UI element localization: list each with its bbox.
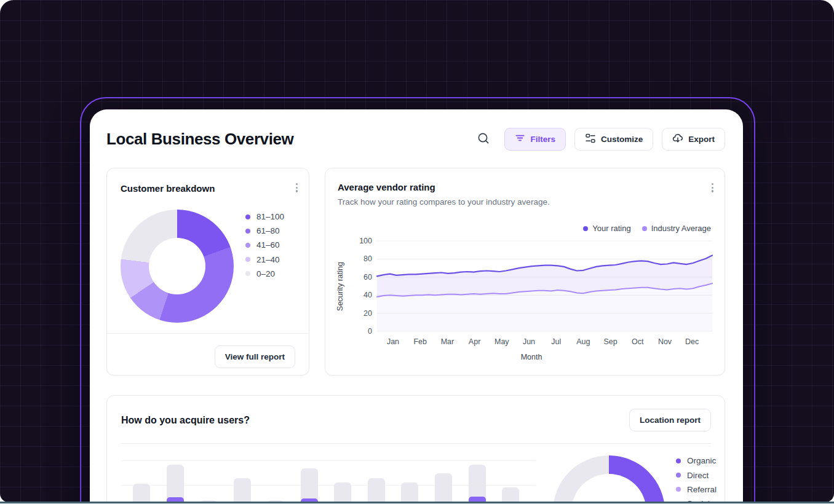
legend-label: Organic <box>687 456 716 465</box>
svg-text:60: 60 <box>363 273 372 282</box>
vendor-chart-legend: Your ratingIndustry Average <box>583 224 711 233</box>
svg-text:Oct: Oct <box>632 337 644 346</box>
svg-text:Security rating: Security rating <box>336 262 344 311</box>
legend-label: Industry Average <box>651 224 711 233</box>
svg-text:Mar: Mar <box>441 337 455 346</box>
header-actions: Filters Customize <box>475 128 725 151</box>
legend-dot-icon <box>676 487 681 492</box>
bottom-edge-strip <box>0 501 834 504</box>
bar <box>435 473 452 504</box>
filter-icon <box>515 133 525 145</box>
legend-dot-icon <box>245 229 250 234</box>
customer-card-menu-icon[interactable] <box>293 181 300 195</box>
svg-text:20: 20 <box>363 309 372 318</box>
customize-button[interactable]: Customize <box>574 128 653 151</box>
svg-text:Sep: Sep <box>603 337 617 346</box>
legend-item: Your rating <box>583 224 630 233</box>
filters-button[interactable]: Filters <box>504 128 566 151</box>
vendor-rating-card: Average vendor rating Track how your rat… <box>325 168 725 376</box>
svg-text:80: 80 <box>363 254 372 263</box>
svg-text:100: 100 <box>359 237 372 245</box>
svg-text:Jan: Jan <box>387 337 399 346</box>
export-button[interactable]: Export <box>662 128 725 151</box>
acquisition-donut-chart <box>553 455 665 504</box>
svg-text:Jun: Jun <box>523 337 535 346</box>
legend-dot-icon <box>245 215 250 219</box>
export-label: Export <box>688 135 715 144</box>
svg-text:0: 0 <box>368 327 372 336</box>
legend-item: Direct <box>676 468 717 482</box>
acquisition-card: How do you acquire users? Location repor… <box>106 395 725 504</box>
legend-item: 21–40 <box>245 253 284 267</box>
donut-hole <box>149 238 205 294</box>
vendor-card-menu-icon[interactable] <box>709 181 716 195</box>
location-report-label: Location report <box>640 415 701 425</box>
acquisition-bar-chart <box>107 396 550 504</box>
location-report-button[interactable]: Location report <box>629 409 711 431</box>
legend-item: 0–20 <box>245 267 284 281</box>
donut-hole <box>571 474 646 504</box>
legend-item: Organic <box>676 454 717 468</box>
view-full-report-label: View full report <box>225 352 285 361</box>
screenshot-root: Local Business Overview <box>0 0 834 504</box>
customer-breakdown-title: Customer breakdown <box>121 183 215 194</box>
dashboard-panel: Local Business Overview <box>90 109 743 504</box>
view-full-report-button[interactable]: View full report <box>215 345 295 368</box>
legend-item: 41–60 <box>245 238 284 252</box>
customer-donut-legend: 81–10061–8041–6021–400–20 <box>245 210 284 281</box>
svg-text:Dec: Dec <box>685 337 699 346</box>
search-icon <box>477 132 490 146</box>
legend-label: 41–60 <box>256 240 280 250</box>
svg-text:Jul: Jul <box>551 337 561 346</box>
bar <box>234 478 251 504</box>
svg-text:Feb: Feb <box>413 337 427 346</box>
bar <box>368 478 385 504</box>
legend-item: 81–100 <box>245 210 284 224</box>
svg-text:Apr: Apr <box>469 337 480 346</box>
legend-label: 61–80 <box>256 226 280 235</box>
svg-text:Nov: Nov <box>658 337 672 346</box>
legend-dot-icon <box>245 271 250 276</box>
svg-text:Month: Month <box>521 353 542 361</box>
legend-dot-icon <box>676 459 681 463</box>
legend-label: 0–20 <box>256 269 275 278</box>
legend-label: Direct <box>687 471 709 480</box>
legend-item: Industry Average <box>642 224 711 233</box>
svg-text:40: 40 <box>363 291 372 299</box>
filters-label: Filters <box>530 135 555 144</box>
legend-item: 61–80 <box>245 224 284 238</box>
legend-label: 21–40 <box>256 255 280 264</box>
legend-item: Referral <box>676 482 717 497</box>
vendor-rating-subtitle: Track how your rating compares to your i… <box>338 197 550 207</box>
sliders-icon <box>585 133 596 146</box>
legend-dot-icon <box>583 226 588 231</box>
legend-dot-icon <box>245 243 250 248</box>
legend-dot-icon <box>676 473 681 478</box>
acquisition-donut-legend: OrganicDirectReferralSocial <box>676 454 717 504</box>
vendor-rating-line-chart: 100806040200JanFebMarAprMayJunJulAugSepO… <box>325 234 726 368</box>
dashboard-header: Local Business Overview <box>106 127 725 151</box>
svg-text:Aug: Aug <box>576 337 590 346</box>
search-button[interactable] <box>475 130 492 148</box>
customize-label: Customize <box>601 135 643 144</box>
vendor-rating-title: Average vendor rating <box>338 182 435 192</box>
svg-text:May: May <box>494 337 509 346</box>
page-title: Local Business Overview <box>106 130 293 149</box>
customer-donut-chart <box>121 210 234 323</box>
legend-dot-icon <box>642 226 647 231</box>
legend-label: Referral <box>687 485 717 494</box>
customer-breakdown-card: Customer breakdown 81–10061–8041–6021–40… <box>106 168 309 376</box>
legend-label: 81–100 <box>256 212 284 221</box>
card-divider <box>107 333 309 334</box>
cloud-download-icon <box>672 133 683 146</box>
legend-dot-icon <box>245 257 250 262</box>
legend-label: Your rating <box>592 224 630 233</box>
